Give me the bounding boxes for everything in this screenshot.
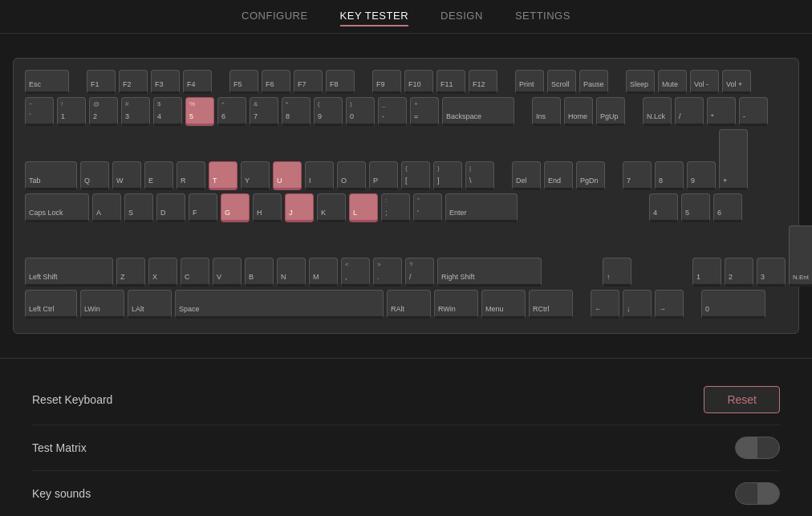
key-9[interactable]: (9 (314, 97, 343, 126)
key-rctrl[interactable]: RCtrl (529, 290, 573, 319)
key-x[interactable]: X (148, 258, 177, 286)
key-f12[interactable]: F12 (469, 70, 497, 94)
key-lbracket[interactable]: {[ (401, 161, 430, 190)
key-f4[interactable]: F4 (183, 70, 212, 94)
key-quote[interactable]: "' (413, 193, 442, 222)
key-numenter[interactable]: N.Ent (789, 225, 812, 286)
key-n[interactable]: N (277, 258, 306, 286)
key-num4[interactable]: 4 (649, 193, 678, 222)
key-num-minus[interactable]: - (739, 97, 768, 126)
nav-key-tester[interactable]: KEY TESTER (340, 6, 408, 26)
key-num2[interactable]: 2 (725, 258, 753, 286)
nav-configure[interactable]: CONFIGURE (242, 6, 308, 26)
key-arrow-right[interactable]: → (655, 290, 684, 319)
key-0[interactable]: )0 (346, 97, 375, 126)
key-lalt[interactable]: LAlt (128, 290, 172, 319)
key-scroll[interactable]: Scroll (547, 70, 576, 94)
key-8[interactable]: *8 (282, 97, 311, 126)
key-arrow-left[interactable]: ← (591, 290, 619, 319)
key-capslock[interactable]: Caps Lock (25, 193, 89, 222)
key-num5[interactable]: 5 (681, 193, 710, 222)
toggle-on[interactable] (736, 437, 757, 458)
key-f9[interactable]: F9 (372, 70, 401, 94)
key-backspace[interactable]: Backspace (442, 97, 514, 126)
key-num1[interactable]: 1 (692, 258, 721, 286)
key-end[interactable]: End (544, 161, 573, 190)
key-a[interactable]: A (92, 193, 121, 222)
nav-design[interactable]: DESIGN (441, 6, 483, 26)
toggle-off[interactable] (757, 437, 779, 458)
key-pause[interactable]: Pause (579, 70, 608, 94)
key-7[interactable]: &7 (250, 97, 278, 126)
key-sounds-toggle[interactable] (735, 482, 780, 505)
key-k[interactable]: K (317, 193, 346, 222)
key-1[interactable]: !1 (57, 97, 86, 126)
key-f1[interactable]: F1 (87, 70, 116, 94)
key-nlck[interactable]: N.Lck (643, 97, 672, 126)
key-sleep[interactable]: Sleep (626, 70, 655, 94)
key-lctrl[interactable]: Left Ctrl (25, 290, 77, 319)
key-del[interactable]: Del (512, 161, 541, 190)
key-f2[interactable]: F2 (119, 70, 148, 94)
key-pgup[interactable]: PgUp (596, 97, 625, 126)
key-num6[interactable]: 6 (713, 193, 742, 222)
key-rwin[interactable]: RWin (434, 290, 478, 319)
key-mute[interactable]: Mute (658, 70, 687, 94)
key-lwin[interactable]: LWin (80, 290, 124, 319)
test-matrix-toggle[interactable] (735, 437, 780, 459)
key-f5[interactable]: F5 (229, 70, 258, 94)
reset-button[interactable]: Reset (704, 386, 780, 413)
key-5[interactable]: %5 (185, 97, 214, 126)
key-num-plus[interactable]: + (719, 129, 748, 190)
key-w[interactable]: W (112, 161, 141, 190)
key-pgdn[interactable]: PgDn (576, 161, 605, 190)
key-num3[interactable]: 3 (757, 258, 786, 286)
key-6[interactable]: ^6 (217, 97, 246, 126)
key-print[interactable]: Print (515, 70, 544, 94)
key-t[interactable]: T (209, 161, 238, 190)
key-esc[interactable]: Esc (25, 70, 69, 94)
key-r[interactable]: R (177, 161, 205, 190)
nav-settings[interactable]: SETTINGS (515, 6, 570, 26)
key-period[interactable]: >. (373, 258, 402, 286)
key-f3[interactable]: F3 (151, 70, 180, 94)
key-num-star[interactable]: * (707, 97, 736, 126)
key-f8[interactable]: F8 (326, 70, 355, 94)
key-enter[interactable]: Enter (445, 193, 518, 222)
key-num8[interactable]: 8 (655, 161, 684, 190)
key-d[interactable]: D (156, 193, 185, 222)
key-num-slash[interactable]: / (675, 97, 704, 126)
key-num9[interactable]: 9 (687, 161, 716, 190)
key-p[interactable]: P (369, 161, 398, 190)
key-backslash[interactable]: |\ (465, 161, 494, 190)
key-tilde[interactable]: ~` (25, 97, 54, 126)
key-o[interactable]: O (337, 161, 366, 190)
key-minus[interactable]: _- (378, 97, 407, 126)
key-space[interactable]: Space (175, 290, 384, 319)
key-f10[interactable]: F10 (404, 70, 433, 94)
key-g[interactable]: G (221, 193, 250, 222)
key-equals[interactable]: += (410, 97, 439, 126)
key-arrow-down[interactable]: ↓ (623, 290, 652, 319)
key-comma[interactable]: <, (341, 258, 370, 286)
key-vol-down[interactable]: Vol - (690, 70, 719, 94)
key-l[interactable]: L (349, 193, 378, 222)
key-num7[interactable]: 7 (623, 161, 652, 190)
key-tab[interactable]: Tab (25, 161, 77, 190)
key-rshift[interactable]: Right Shift (437, 258, 542, 286)
key-f11[interactable]: F11 (436, 70, 465, 94)
key-arrow-up[interactable]: ↑ (603, 258, 631, 286)
key-slash[interactable]: ?/ (405, 258, 434, 286)
key-v[interactable]: V (213, 258, 242, 286)
key-z[interactable]: Z (116, 258, 145, 286)
key-i[interactable]: I (305, 161, 334, 190)
key-lshift[interactable]: Left Shift (25, 258, 113, 286)
toggle-on-sounds[interactable] (736, 483, 757, 504)
key-c[interactable]: C (181, 258, 209, 286)
key-vol-up[interactable]: Vol + (722, 70, 751, 94)
key-m[interactable]: M (309, 258, 338, 286)
key-h[interactable]: H (253, 193, 282, 222)
key-home[interactable]: Home (564, 97, 593, 126)
key-menu[interactable]: Menu (481, 290, 526, 319)
key-num0[interactable]: 0 (701, 290, 765, 319)
